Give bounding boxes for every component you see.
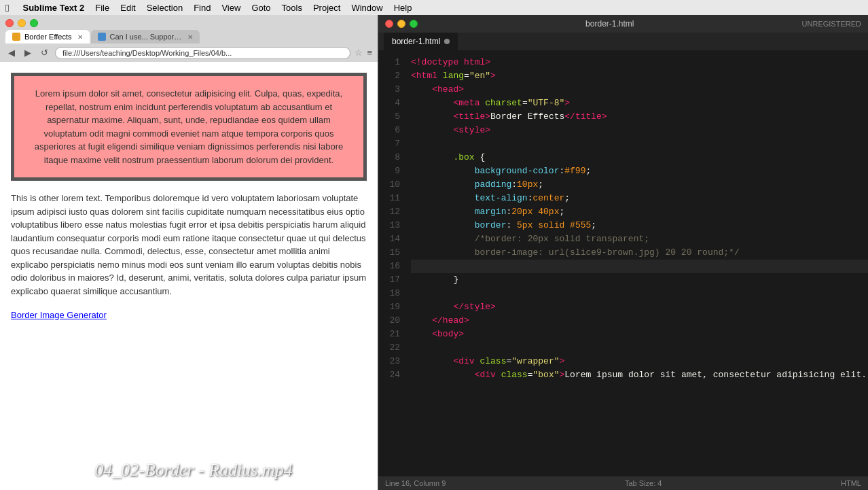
code-line-20: </head> bbox=[411, 314, 868, 328]
tab-close-1[interactable]: ✕ bbox=[77, 33, 83, 41]
other-text: This is other lorem text. Temporibus dol… bbox=[11, 192, 367, 298]
tab-label-2: Can I use... Support tables bbox=[110, 33, 182, 41]
address-bar[interactable]: file:///Users/teaching/Desktop/Working_F… bbox=[55, 47, 350, 59]
code-content[interactable]: <!doctype html> <html lang="en"> <head> … bbox=[405, 50, 868, 476]
code-line-23: <div class="wrapper"> bbox=[411, 355, 868, 368]
forward-button[interactable]: ▶ bbox=[22, 46, 34, 59]
code-line-7 bbox=[411, 137, 868, 151]
bookmark-icon[interactable]: ☆ bbox=[355, 48, 363, 58]
line-numbers: 12345 678910 1112131415 1617181920 21222… bbox=[378, 50, 405, 476]
code-line-24: <div class="box">Lorem ipsum dolor sit a… bbox=[411, 368, 868, 382]
language-label: HTML bbox=[841, 479, 861, 487]
browser-window-controls bbox=[0, 15, 378, 30]
browser-chrome: Border Effects ✕ Can I use... Support ta… bbox=[0, 15, 378, 62]
apple-menu[interactable]:  bbox=[5, 2, 9, 14]
browser-tab-border-effects[interactable]: Border Effects ✕ bbox=[5, 30, 90, 43]
browser-content: Lorem ipsum dolor sit amet, consectetur … bbox=[0, 62, 378, 490]
code-line-6: <style> bbox=[411, 124, 868, 137]
code-line-22 bbox=[411, 341, 868, 355]
code-line-17: } bbox=[411, 273, 868, 287]
code-line-5: <title>Border Effects</title> bbox=[411, 110, 868, 124]
tab-icon-1 bbox=[12, 33, 20, 41]
code-line-10: padding:10px; bbox=[411, 178, 868, 192]
minimize-button[interactable] bbox=[18, 19, 26, 27]
status-bar: Line 16, Column 9 Tab Size: 4 HTML bbox=[378, 476, 868, 490]
lorem-box-text: Lorem ipsum dolor sit amet, consectetur … bbox=[35, 88, 344, 165]
menu-view[interactable]: View bbox=[221, 3, 240, 13]
code-line-15: border-image: url(slice9-brown.jpg) 20 2… bbox=[411, 246, 868, 260]
editor-window-controls bbox=[385, 20, 418, 28]
browser-menu-icon[interactable]: ≡ bbox=[367, 48, 372, 58]
code-line-2: <html lang="en"> bbox=[411, 69, 868, 83]
dirty-indicator bbox=[444, 39, 450, 44]
tab-size-label: Tab Size: 4 bbox=[625, 479, 662, 487]
tab-label-1: Border Effects bbox=[24, 33, 72, 41]
editor-maximize-button[interactable] bbox=[410, 20, 418, 28]
browser-tabs: Border Effects ✕ Can I use... Support ta… bbox=[0, 30, 378, 43]
code-line-16 bbox=[411, 260, 868, 273]
menu-selection[interactable]: Selection bbox=[147, 3, 183, 13]
main-area: Border Effects ✕ Can I use... Support ta… bbox=[0, 15, 868, 490]
editor-titlebar: border-1.html UNREGISTERED bbox=[378, 15, 868, 33]
tab-icon-2 bbox=[98, 33, 106, 41]
menu-help[interactable]: Help bbox=[394, 3, 412, 13]
editor-minimize-button[interactable] bbox=[397, 20, 405, 28]
app-name[interactable]: Sublime Text 2 bbox=[22, 3, 84, 13]
close-button[interactable] bbox=[5, 19, 14, 27]
code-line-9: background-color:#f99; bbox=[411, 164, 868, 178]
code-line-14: /*border: 20px solid transparent; bbox=[411, 232, 868, 246]
border-image-generator-link[interactable]: Border Image Generator bbox=[11, 310, 107, 320]
menu-window[interactable]: Window bbox=[351, 3, 382, 13]
unregistered-label: UNREGISTERED bbox=[802, 20, 861, 28]
editor-tab-main[interactable]: border-1.html bbox=[384, 33, 458, 50]
code-line-21: <body> bbox=[411, 328, 868, 341]
browser-tab-caniuse[interactable]: Can I use... Support tables ✕ bbox=[91, 30, 200, 43]
menu-find[interactable]: Find bbox=[194, 3, 211, 13]
tab-close-2[interactable]: ✕ bbox=[187, 33, 193, 41]
code-line-18 bbox=[411, 287, 868, 300]
menu-goto[interactable]: Goto bbox=[251, 3, 270, 13]
code-line-12: margin:20px 40px; bbox=[411, 205, 868, 219]
menu-tools[interactable]: Tools bbox=[282, 3, 302, 13]
refresh-button[interactable]: ↺ bbox=[38, 46, 51, 59]
browser-addressbar: ◀ ▶ ↺ file:///Users/teaching/Desktop/Wor… bbox=[0, 43, 378, 62]
menu-project[interactable]: Project bbox=[313, 3, 340, 13]
menu-edit[interactable]: Edit bbox=[120, 3, 135, 13]
back-button[interactable]: ◀ bbox=[5, 46, 18, 59]
editor-tab-label: border-1.html bbox=[392, 37, 440, 46]
editor-filename: border-1.html bbox=[585, 19, 634, 29]
code-line-3: <head> bbox=[411, 83, 868, 97]
maximize-button[interactable] bbox=[30, 19, 38, 27]
lorem-box: Lorem ipsum dolor sit amet, consectetur … bbox=[11, 73, 367, 181]
editor-tabs: border-1.html bbox=[378, 33, 868, 50]
code-line-8: .box { bbox=[411, 151, 868, 164]
menu-file[interactable]: File bbox=[95, 3, 109, 13]
code-line-4: <meta charset="UTF-8"> bbox=[411, 97, 868, 110]
browser-panel: Border Effects ✕ Can I use... Support ta… bbox=[0, 15, 378, 490]
code-line-19: </style> bbox=[411, 300, 868, 314]
menu-bar:  Sublime Text 2 File Edit Selection Fin… bbox=[0, 0, 868, 15]
cursor-position: Line 16, Column 9 bbox=[385, 479, 446, 487]
code-area[interactable]: 12345 678910 1112131415 1617181920 21222… bbox=[378, 50, 868, 476]
code-line-1: <!doctype html> bbox=[411, 56, 868, 69]
editor-panel: border-1.html UNREGISTERED border-1.html… bbox=[378, 15, 868, 490]
editor-close-button[interactable] bbox=[385, 20, 393, 28]
code-line-13: border: 5px solid #555; bbox=[411, 219, 868, 232]
code-line-11: text-align:center; bbox=[411, 192, 868, 205]
